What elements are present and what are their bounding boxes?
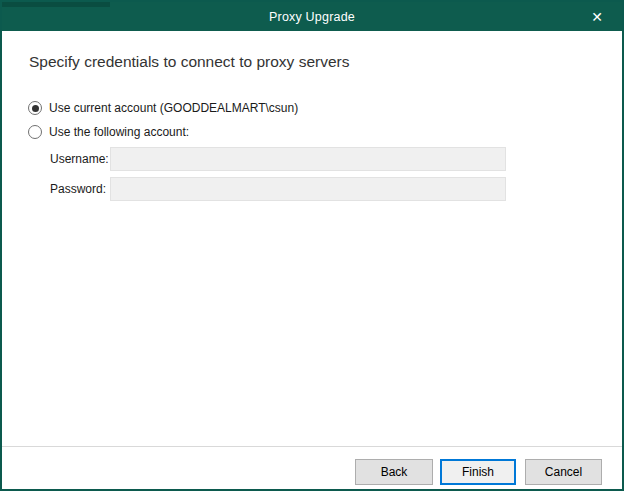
radio-row-following-account[interactable]: Use the following account: [28, 125, 189, 139]
radio-following-account-label: Use the following account: [49, 125, 189, 139]
radio-current-account[interactable] [28, 101, 42, 115]
radio-following-account[interactable] [28, 125, 42, 139]
page-title: Specify credentials to connect to proxy … [29, 53, 349, 71]
footer-separator [2, 446, 622, 447]
username-input[interactable] [110, 147, 506, 171]
radio-current-account-label: Use current account (GOODDEALMART\csun) [49, 101, 298, 115]
cancel-button[interactable]: Cancel [525, 459, 602, 485]
radio-row-current-account[interactable]: Use current account (GOODDEALMART\csun) [28, 101, 298, 115]
proxy-upgrade-dialog: Proxy Upgrade ✕ Specify credentials to c… [0, 0, 624, 491]
close-icon[interactable]: ✕ [580, 2, 614, 31]
back-button[interactable]: Back [355, 459, 433, 485]
background-window-edge [2, 2, 110, 7]
password-label: Password: [50, 182, 110, 196]
finish-button[interactable]: Finish [440, 459, 516, 485]
password-row: Password: [50, 177, 110, 201]
username-label: Username: [50, 152, 110, 166]
password-input[interactable] [110, 177, 506, 201]
radio-selected-dot [32, 105, 39, 112]
titlebar[interactable]: Proxy Upgrade ✕ [2, 2, 622, 31]
username-row: Username: [50, 147, 110, 171]
window-title: Proxy Upgrade [269, 10, 355, 24]
